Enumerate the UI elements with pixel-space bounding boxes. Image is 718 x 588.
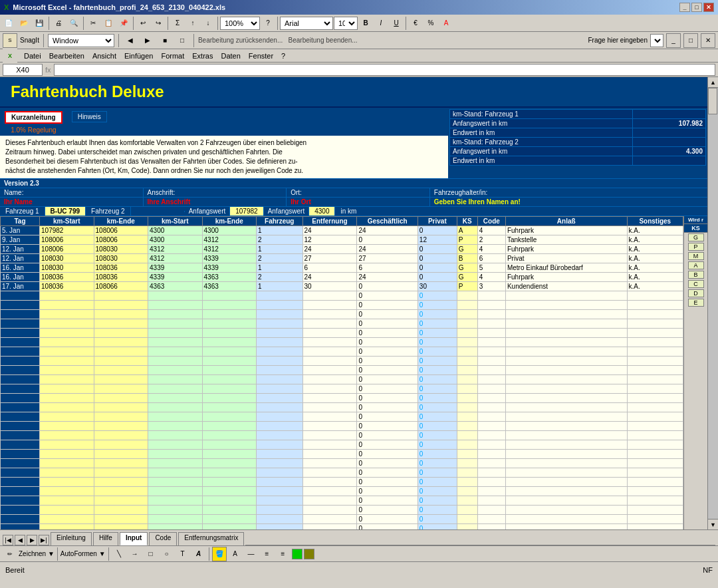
oval-tool[interactable]: ○ <box>160 547 174 561</box>
align-left-tool[interactable]: ≡ <box>260 547 275 561</box>
ks-a[interactable]: A <box>688 261 704 269</box>
empty-row[interactable]: 00 <box>1 478 683 487</box>
empty-row[interactable]: 00 <box>1 301 683 310</box>
maximize-button[interactable]: □ <box>691 3 702 12</box>
tab-nav-last[interactable]: ▶| <box>39 535 49 545</box>
empty-row[interactable]: 00 <box>1 375 683 384</box>
tab-nav-prev[interactable]: ◀ <box>15 535 25 545</box>
wordart-tool[interactable]: A <box>191 547 206 561</box>
font-combo[interactable]: Arial <box>280 17 333 30</box>
empty-row[interactable]: 00 <box>1 329 683 338</box>
scroll-up-button[interactable]: ▲ <box>708 77 718 88</box>
menu-daten[interactable]: Daten <box>217 51 244 61</box>
tab-hilfe[interactable]: Hilfe <box>93 532 118 545</box>
tab-nav-first[interactable]: |◀ <box>3 535 13 545</box>
formula-input[interactable] <box>54 64 715 76</box>
underline-button[interactable]: U <box>389 16 404 31</box>
currency-button[interactable]: € <box>408 16 423 31</box>
empty-row[interactable]: 00 <box>1 319 683 329</box>
menu-einfuegen[interactable]: Einfügen <box>120 51 157 61</box>
tab-nav-next[interactable]: ▶ <box>27 535 37 545</box>
empty-row[interactable]: 00 <box>1 338 683 347</box>
ks-d[interactable]: D <box>688 289 704 297</box>
menu-bearbeiten[interactable]: Bearbeiten <box>45 51 88 61</box>
empty-row[interactable]: 00 <box>1 394 683 403</box>
empty-row[interactable]: 00 <box>1 506 683 515</box>
print-button[interactable]: 🖨 <box>51 16 66 31</box>
app-max-button[interactable]: □ <box>683 33 698 48</box>
ks-e[interactable]: E <box>688 299 704 307</box>
table-row[interactable]: 17. Jan10803610806643634363130030P3Kunde… <box>1 282 683 291</box>
menu-extras[interactable]: Extras <box>188 51 217 61</box>
fill-color-tool[interactable]: 🪣 <box>212 547 227 561</box>
open-button[interactable]: 📂 <box>17 16 31 31</box>
empty-row[interactable]: 00 <box>1 403 683 412</box>
table-row[interactable]: 5. Jan10798210800643004300124240A4Fuhrpa… <box>1 226 683 235</box>
empty-row[interactable]: 00 <box>1 440 683 450</box>
kurzanleitung-button[interactable]: Kurzanleitung <box>5 111 62 124</box>
empty-row[interactable]: 00 <box>1 412 683 422</box>
ks-g[interactable]: G <box>688 233 704 241</box>
undo-button[interactable]: ↩ <box>136 16 150 31</box>
sort-asc-button[interactable]: ↑ <box>185 16 200 31</box>
preview-button[interactable]: 🔍 <box>66 16 81 31</box>
redo-button[interactable]: ↪ <box>151 16 166 31</box>
snagit-icon[interactable]: S <box>3 33 17 48</box>
empty-row[interactable]: 00 <box>1 422 683 431</box>
line-tool[interactable]: ╲ <box>112 547 126 561</box>
italic-button[interactable]: I <box>374 16 388 31</box>
close-button[interactable]: ✕ <box>703 3 714 12</box>
table-row[interactable]: 12. Jan10800610803043124312124240G4Fuhrp… <box>1 245 683 254</box>
menu-fenster[interactable]: Fenster <box>245 51 277 61</box>
app-close-button[interactable]: ✕ <box>701 33 715 48</box>
empty-row[interactable]: 00 <box>1 515 683 524</box>
hinweis-button[interactable]: Hinweis <box>72 111 107 122</box>
scroll-down-button[interactable]: ▼ <box>708 519 718 529</box>
scroll-thumb[interactable] <box>708 88 717 114</box>
empty-row[interactable]: 00 <box>1 366 683 375</box>
table-row[interactable]: 12. Jan10803010803043124339227270B6Priva… <box>1 254 683 263</box>
tb-extra1[interactable]: ◀ <box>123 33 138 48</box>
sort-desc-button[interactable]: ↓ <box>201 16 215 31</box>
help-button[interactable]: ? <box>261 16 275 31</box>
scroll-track[interactable] <box>708 88 718 519</box>
empty-row[interactable]: 00 <box>1 450 683 459</box>
minimize-button[interactable]: _ <box>679 3 690 12</box>
ks-m[interactable]: M <box>688 252 704 260</box>
new-button[interactable]: 📄 <box>1 16 16 31</box>
tab-einleitung[interactable]: Einleitung <box>51 532 92 545</box>
font-color-tool[interactable]: A <box>228 547 243 561</box>
empty-row[interactable]: 00 <box>1 459 683 468</box>
empty-row[interactable]: 00 <box>1 496 683 506</box>
rect-tool[interactable]: □ <box>144 547 158 561</box>
vertical-scrollbar[interactable]: ▲ ▼ <box>707 77 718 529</box>
tb-extra4[interactable]: □ <box>175 33 189 48</box>
zoom-combo[interactable]: 100% <box>220 17 260 30</box>
window-combo[interactable]: Window <box>48 34 114 47</box>
cut-button[interactable]: ✂ <box>86 16 100 31</box>
copy-button[interactable]: 📋 <box>101 16 116 31</box>
textbox-tool[interactable]: T <box>176 547 190 561</box>
tb-extra2[interactable]: ▶ <box>140 33 155 48</box>
paste-button[interactable]: 📌 <box>116 16 131 31</box>
menu-format[interactable]: Format <box>157 51 188 61</box>
align-center-tool[interactable]: ≡ <box>276 547 291 561</box>
empty-row[interactable]: 00 <box>1 384 683 394</box>
font-color-button[interactable]: A <box>439 16 453 31</box>
save-button[interactable]: 💾 <box>32 16 47 31</box>
table-row[interactable]: 9. Jan10800610800643004312212012P2Tankst… <box>1 235 683 245</box>
bold-button[interactable]: B <box>358 16 373 31</box>
empty-row[interactable]: 00 <box>1 468 683 478</box>
frage-combo[interactable] <box>650 34 663 47</box>
empty-row[interactable]: 00 <box>1 291 683 301</box>
cell-reference[interactable] <box>3 64 43 76</box>
autosum-button[interactable]: Σ <box>170 16 185 31</box>
menu-datei[interactable]: Datei <box>20 51 45 61</box>
fill-olive[interactable] <box>304 549 314 559</box>
tab-entfernungsmatrix[interactable]: Entfernungsmatrix <box>178 532 244 545</box>
menu-ansicht[interactable]: Ansicht <box>88 51 120 61</box>
menu-help[interactable]: ? <box>277 51 289 61</box>
empty-row[interactable]: 00 <box>1 487 683 496</box>
fill-green[interactable] <box>292 549 302 559</box>
percent-button[interactable]: % <box>423 16 438 31</box>
